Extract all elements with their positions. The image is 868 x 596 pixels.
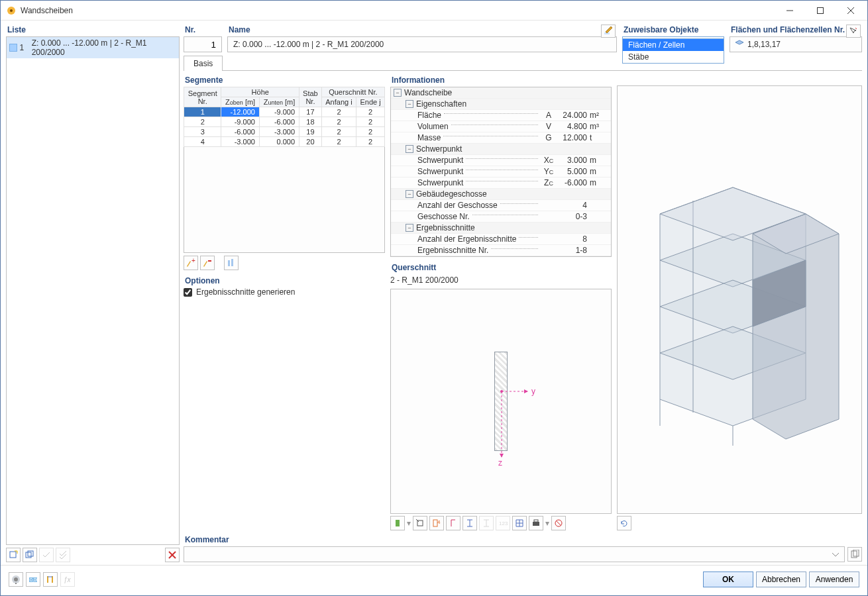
cross-tool-reset[interactable] — [551, 516, 566, 530]
collapse-icon[interactable]: − — [406, 224, 413, 232]
ids-input[interactable]: 1,8,13,17 — [730, 36, 862, 52]
name-value: Z: 0.000 ... -12.000 m | 2 - R_M1 200/20… — [233, 40, 384, 49]
collapse-icon[interactable]: − — [406, 145, 413, 153]
liste-box[interactable]: 1 Z: 0.000 ... -12.000 m | 2 - R_M1 200/… — [6, 36, 180, 545]
ids-title: Flächen und Flächenzellen Nr. — [730, 23, 862, 36]
segmente-empty-area[interactable] — [184, 147, 385, 253]
maximize-button[interactable] — [805, 1, 836, 21]
svg-text:y: y — [531, 387, 535, 396]
table-row[interactable]: 2-9.000-6.0001822 — [184, 117, 385, 127]
units-button[interactable]: 0,00 — [26, 572, 40, 587]
collapse-icon[interactable]: − — [406, 100, 413, 108]
viewport-3d[interactable] — [617, 85, 862, 514]
cancel-button[interactable]: Abbrechen — [756, 571, 806, 587]
viewport-refresh-button[interactable] — [617, 516, 631, 530]
svg-text:4: 4 — [437, 519, 441, 525]
assignable-title: Zuweisbare Objekte — [622, 23, 724, 36]
ok-button[interactable]: OK — [703, 571, 753, 587]
name-edit-button[interactable] — [601, 25, 616, 38]
svg-rect-7 — [26, 552, 31, 558]
table-row[interactable]: 4-3.0000.0002022 — [184, 137, 385, 147]
assignable-option-members[interactable]: Stäbe — [623, 51, 724, 63]
app-icon — [6, 5, 17, 16]
info-eigenschaften: Eigenschaften — [416, 99, 608, 109]
querschnitt-view[interactable]: y z — [390, 289, 612, 514]
assignable-dropdown[interactable]: Flächen / Zellen Stäbe — [622, 38, 724, 64]
chevron-down-icon — [832, 553, 839, 557]
col-segment: SegmentNr. — [184, 87, 221, 107]
assignable-option-surfaces[interactable]: Flächen / Zellen — [623, 39, 724, 51]
segmente-title: Segmente — [184, 74, 385, 87]
querschnitt-text: 2 - R_M1 200/2000 — [390, 274, 612, 289]
svg-rect-16 — [231, 259, 233, 266]
cross-tool-4[interactable] — [446, 516, 461, 530]
col-anfang: Anfang i — [321, 97, 356, 107]
collapse-icon[interactable]: − — [394, 89, 402, 97]
ids-pick-button[interactable] — [846, 25, 861, 38]
svg-point-21 — [500, 390, 503, 393]
svg-rect-22 — [396, 520, 400, 526]
axes-icon: y z — [498, 335, 538, 468]
cross-tool-7: 123 — [496, 516, 510, 530]
cross-tool-2[interactable] — [413, 516, 427, 530]
list-item-text: Z: 0.000 ... -12.000 m | 2 - R_M1 200/20… — [32, 38, 176, 57]
copy-button[interactable] — [23, 548, 37, 562]
cross-tool-print[interactable] — [529, 516, 543, 530]
name-input[interactable]: Z: 0.000 ... -12.000 m | 2 - R_M1 200/20… — [227, 36, 617, 52]
cross-tool-5[interactable] — [462, 516, 477, 530]
segmente-table[interactable]: SegmentNr. Höhe StabNr. Querschnitt Nr. … — [184, 87, 385, 147]
seg-remove-button[interactable] — [200, 256, 215, 270]
info-schwerpunkt: Schwerpunkt — [416, 144, 608, 154]
col-zoben: Zoben [m] — [221, 97, 260, 107]
svg-line-31 — [556, 521, 561, 526]
svg-text:0,00: 0,00 — [30, 577, 38, 582]
col-hoehe: Höhe — [221, 87, 299, 97]
minimize-button[interactable] — [775, 1, 805, 21]
structure-button[interactable] — [43, 572, 58, 587]
svg-rect-29 — [534, 520, 538, 522]
table-row[interactable]: 1-12.000-9.0001722 — [184, 107, 385, 117]
svg-rect-6 — [10, 552, 16, 558]
querschnitt-title: Querschnitt — [390, 261, 612, 274]
building-3d-icon — [633, 134, 845, 466]
ergebnis-checkbox[interactable]: Ergebnisschnitte generieren — [184, 287, 385, 297]
list-item-nr: 1 — [20, 43, 25, 52]
col-querschnitt: Querschnitt Nr. — [321, 87, 384, 97]
cross-tool-3[interactable]: 4 — [429, 516, 444, 530]
table-row[interactable]: 3-6.000-3.0001922 — [184, 127, 385, 137]
check-all-button — [56, 548, 70, 562]
nr-input[interactable] — [184, 36, 222, 52]
svg-point-46 — [14, 577, 18, 581]
svg-rect-3 — [818, 7, 824, 13]
info-geschosse: Gebäudegeschosse — [416, 189, 608, 199]
col-zunten: Zunten [m] — [259, 97, 299, 107]
cross-tool-grid[interactable] — [512, 516, 527, 530]
nr-title: Nr. — [184, 23, 222, 36]
tab-basis[interactable]: Basis — [184, 56, 223, 71]
svg-rect-8 — [28, 551, 33, 556]
ergebnis-checkbox-input[interactable] — [184, 288, 192, 297]
seg-add-button[interactable]: + — [184, 256, 198, 270]
svg-line-12 — [855, 28, 857, 29]
kommentar-input[interactable] — [184, 546, 845, 562]
ergebnis-label: Ergebnisschnitte generieren — [196, 287, 295, 297]
kommentar-title: Kommentar — [184, 533, 862, 546]
close-button[interactable] — [836, 1, 866, 21]
info-tree[interactable]: −Wandscheibe −Eigenschaften FlächeA24.00… — [390, 87, 612, 257]
svg-text:z: z — [498, 458, 502, 468]
title-bar: Wandscheiben — [1, 1, 867, 21]
new-button[interactable] — [6, 548, 21, 562]
list-item[interactable]: 1 Z: 0.000 ... -12.000 m | 2 - R_M1 200/… — [7, 37, 179, 58]
seg-section-button[interactable] — [224, 256, 239, 270]
collapse-icon[interactable]: − — [406, 190, 413, 198]
surface-icon — [734, 40, 745, 50]
svg-text:123: 123 — [499, 521, 508, 526]
info-ergschn: Ergebnisschnitte — [416, 223, 608, 232]
kommentar-library-button[interactable] — [847, 547, 862, 562]
optionen-title: Optionen — [184, 274, 385, 287]
apply-button[interactable]: Anwenden — [809, 571, 859, 587]
help-button[interactable] — [9, 572, 23, 587]
delete-button[interactable] — [165, 548, 180, 562]
cross-tool-6 — [479, 516, 494, 530]
cross-tool-1[interactable] — [390, 516, 405, 530]
